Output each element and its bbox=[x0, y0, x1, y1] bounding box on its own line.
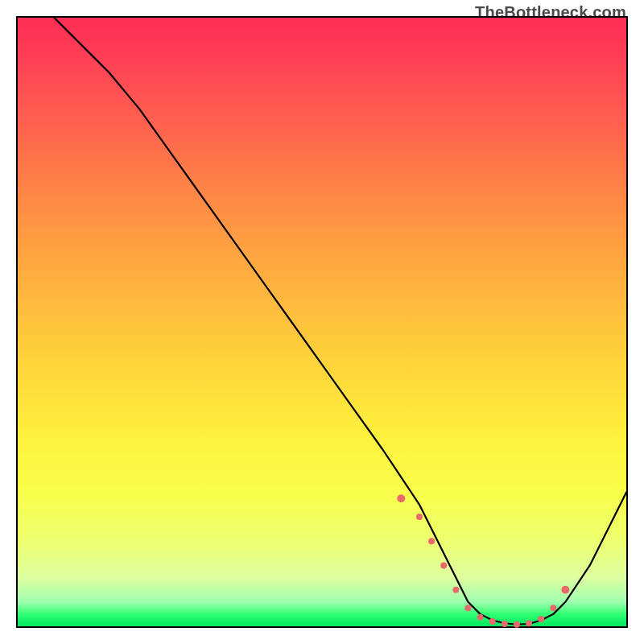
marker-dot bbox=[416, 514, 423, 520]
marker-dot bbox=[428, 538, 435, 544]
marker-dot bbox=[440, 562, 447, 568]
marker-dot bbox=[538, 616, 544, 622]
marker-dot bbox=[489, 618, 496, 625]
marker-dot bbox=[514, 621, 520, 628]
marker-dot bbox=[464, 605, 471, 611]
bottleneck-curve bbox=[54, 18, 626, 625]
marker-dot bbox=[477, 614, 484, 621]
marker-dot bbox=[526, 620, 532, 626]
marker-dot bbox=[397, 494, 405, 502]
marker-dot bbox=[502, 621, 508, 627]
bottleneck-chart: TheBottleneck.com bbox=[0, 0, 644, 644]
marker-dot bbox=[452, 587, 459, 593]
sweet-spot-markers bbox=[397, 494, 569, 627]
curve-layer bbox=[18, 18, 626, 626]
marker-dot bbox=[561, 586, 569, 594]
marker-dot bbox=[550, 605, 556, 611]
plot-area bbox=[16, 16, 628, 628]
